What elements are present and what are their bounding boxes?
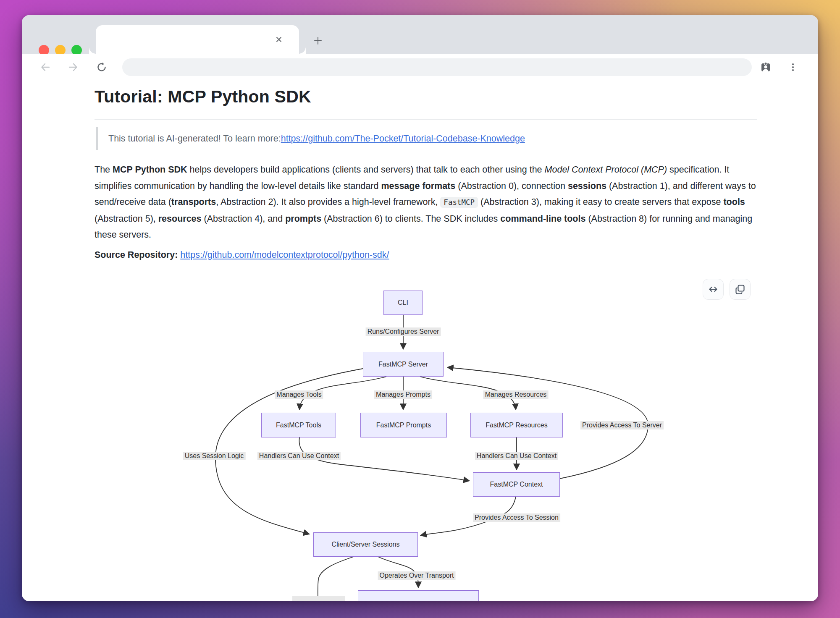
horizontal-resize-arrow-icon — [707, 283, 719, 295]
diagram-expand-button[interactable] — [703, 279, 724, 300]
edge-label: Manages Resources — [483, 390, 549, 399]
copy-icon — [735, 284, 746, 295]
text-segment: MCP Python SDK — [113, 165, 187, 175]
text-segment: (Abstraction 4), and — [202, 214, 286, 224]
text-segment: command-line tools — [500, 214, 585, 224]
tutorial-codebase-knowledge-link[interactable]: https://github.com/The-Pocket/Tutorial-C… — [281, 134, 525, 144]
address-bar-input[interactable] — [122, 58, 752, 76]
diagram-node-resources: FastMCP Resources — [470, 413, 563, 437]
page-content: Tutorial: MCP Python SDK This tutorial i… — [22, 80, 818, 601]
text-segment: (Abstraction 5), — [94, 214, 158, 224]
diagram-node-label: FastMCP Resources — [486, 422, 547, 429]
text-segment: helps developers build applications (cli… — [187, 165, 545, 175]
edge-sessions-bottom — [318, 557, 354, 601]
diagram-node-label: FastMCP Server — [378, 361, 428, 368]
flow-diagram: CLIFastMCP ServerFastMCP ToolsFastMCP Pr… — [160, 269, 697, 601]
menu-button[interactable] — [785, 60, 801, 75]
diagram-node-server: FastMCP Server — [363, 352, 444, 377]
edge-label: Handlers Can Use Context — [257, 452, 341, 460]
text-segment: resources — [158, 214, 202, 224]
text-segment: message formats — [381, 181, 455, 191]
diagram-copy-button[interactable] — [730, 279, 751, 300]
profile-badge-icon — [759, 61, 772, 73]
text-segment: , Abstraction 2). It also provides a hig… — [216, 197, 440, 207]
page-title: Tutorial: MCP Python SDK — [94, 87, 311, 107]
diagram-node-prompts: FastMCP Prompts — [360, 413, 447, 437]
edge-label: Provides Access To Server — [580, 421, 664, 429]
source-repository-line: Source Repository: https://github.com/mo… — [94, 250, 389, 260]
forward-button[interactable] — [66, 60, 81, 75]
reload-button[interactable] — [94, 60, 109, 75]
edge-label — [292, 596, 345, 601]
new-tab-button[interactable] — [310, 33, 326, 49]
edge-label: Provides Access To Session — [473, 513, 560, 522]
text-segment: sessions — [568, 181, 606, 191]
browser-window: Tutorial: MCP Python SDK This tutorial i… — [22, 15, 818, 601]
ai-generated-callout: This tutorial is AI-generated! To learn … — [96, 127, 525, 150]
callout-text: This tutorial is AI-generated! To learn … — [108, 134, 281, 144]
plus-icon — [313, 36, 323, 45]
browser-tab[interactable] — [96, 25, 299, 54]
title-divider — [94, 119, 757, 120]
edge-label: Operates Over Transport — [378, 571, 456, 580]
edge-label: Uses Session Logic — [183, 452, 246, 460]
text-segment: (Abstraction 6) to clients. The SDK incl… — [321, 214, 500, 224]
diagram-node-sessions: Client/Server Sessions — [313, 532, 418, 557]
tab-strip — [22, 15, 818, 54]
diagram-node-context: FastMCP Context — [473, 472, 560, 497]
edge-label: Handlers Can Use Context — [475, 452, 558, 460]
diagram-node-label: CLI — [398, 299, 408, 306]
back-arrow-icon — [39, 61, 51, 73]
source-repository-link[interactable]: https://github.com/modelcontextprotocol/… — [180, 250, 389, 260]
diagram-node-label: FastMCP Tools — [276, 422, 321, 429]
tab-close-button[interactable] — [272, 33, 286, 46]
text-segment: (Abstraction 3), making it easy to creat… — [478, 197, 723, 207]
inline-code: FastMCP — [440, 197, 478, 208]
back-button[interactable] — [38, 60, 53, 75]
reload-icon — [96, 61, 108, 73]
diagram-node-cli: CLI — [383, 291, 423, 315]
text-segment: transports — [171, 197, 216, 207]
diagram-node-transport — [358, 590, 479, 601]
diagram-node-label: FastMCP Prompts — [376, 422, 431, 429]
three-dot-menu-icon — [788, 62, 798, 72]
intro-paragraph: The MCP Python SDK helps developers buil… — [94, 162, 759, 243]
diagram-node-label: Client/Server Sessions — [332, 541, 400, 548]
edge-label: Manages Prompts — [374, 390, 432, 399]
text-segment: The — [94, 165, 113, 175]
diagram-node-tools: FastMCP Tools — [261, 413, 336, 437]
close-icon — [275, 36, 283, 43]
text-segment: (Abstraction 0), connection — [455, 181, 568, 191]
text-segment: tools — [723, 197, 745, 207]
profile-button[interactable] — [758, 60, 773, 75]
edge-label: Manages Tools — [275, 390, 323, 399]
text-segment: prompts — [285, 214, 321, 224]
text-segment: Model Context Protocol (MCP) — [545, 165, 667, 175]
forward-arrow-icon — [67, 61, 79, 73]
edge-label: Runs/Configures Server — [366, 327, 441, 336]
source-repository-label: Source Repository: — [94, 250, 180, 260]
browser-toolbar — [22, 54, 818, 80]
diagram-node-label: FastMCP Context — [490, 481, 543, 488]
